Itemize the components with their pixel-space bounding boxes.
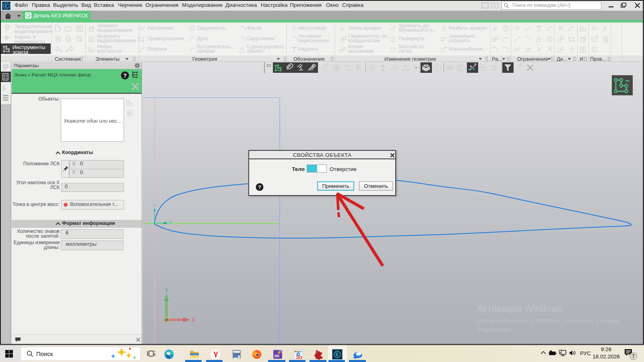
svg-text:Y: Y [165,287,169,294]
svg-text:?: ? [258,184,261,190]
svg-text:PDF: PDF [297,356,302,359]
svg-text:X: X [192,317,196,323]
svg-text:DJV: DJV [275,355,280,357]
svg-text:X: X [169,220,172,224]
svg-text:Y: Y [153,204,156,208]
svg-text:?: ? [123,72,127,79]
